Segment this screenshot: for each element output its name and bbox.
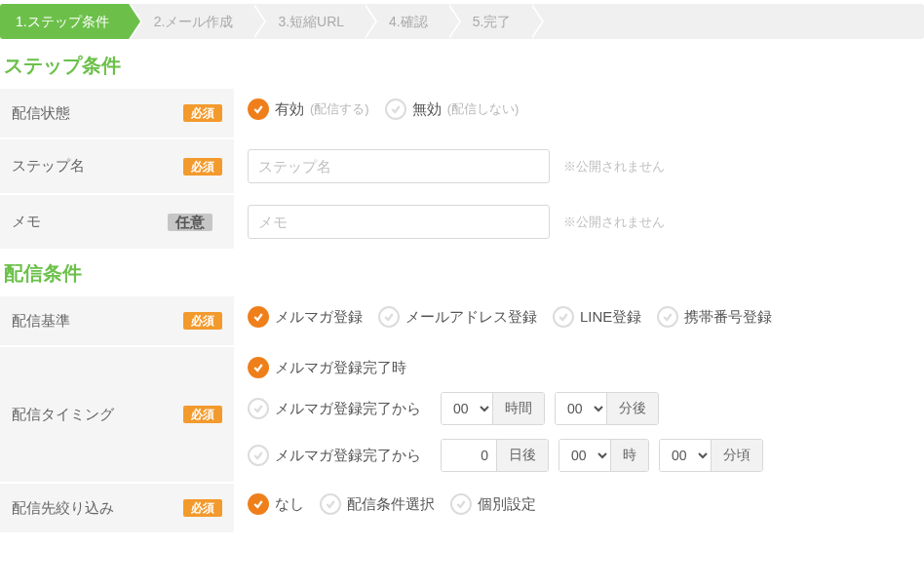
- minutes-select-group: 00 分後: [555, 392, 659, 425]
- option-basis-mailmag[interactable]: メルマガ登録: [248, 306, 363, 328]
- label-delivery-timing: 配信タイミング 必須: [0, 347, 234, 482]
- unit-label: 分後: [606, 393, 658, 424]
- check-icon: [248, 398, 269, 419]
- hours-select[interactable]: 00: [442, 393, 492, 424]
- check-icon: [657, 306, 678, 328]
- minute-select[interactable]: 00: [660, 440, 711, 471]
- option-filter-condition[interactable]: 配信条件選択: [320, 493, 435, 515]
- step-name-input[interactable]: [248, 149, 550, 183]
- unit-label: 日後: [496, 440, 548, 471]
- days-input[interactable]: [442, 440, 496, 471]
- option-timing-on-register[interactable]: メルマガ登録完了時: [248, 357, 406, 378]
- option-basis-line[interactable]: LINE登録: [553, 306, 641, 328]
- option-basis-email[interactable]: メールアドレス登録: [378, 306, 537, 328]
- label-delivery-basis: 配信基準 必須: [0, 296, 234, 345]
- option-filter-individual[interactable]: 個別設定: [450, 493, 536, 515]
- hour-select-group: 00 時: [558, 439, 649, 472]
- wizard-stepper: 1.ステップ条件 2.メール作成 3.短縮URL 4.確認 5.完了: [0, 4, 924, 39]
- step-3[interactable]: 3.短縮URL: [252, 4, 364, 39]
- row-memo: メモ 任意 ※公開されません: [0, 193, 924, 249]
- check-icon: [378, 306, 400, 328]
- label-memo: メモ 任意: [0, 195, 234, 249]
- row-step-name: ステップ名 必須 ※公開されません: [0, 137, 924, 193]
- check-icon: [385, 98, 406, 120]
- section-title-step-conditions: ステップ条件: [4, 53, 924, 79]
- label-step-name: ステップ名 必須: [0, 139, 234, 193]
- option-status-disabled[interactable]: 無効 (配信しない): [385, 98, 520, 120]
- check-icon: [248, 357, 269, 378]
- option-basis-mobile[interactable]: 携帯番号登録: [657, 306, 772, 328]
- check-icon: [320, 493, 341, 515]
- check-icon: [248, 445, 269, 466]
- check-icon: [553, 306, 574, 328]
- label-delivery-status: 配信状態 必須: [0, 89, 234, 137]
- step-2[interactable]: 2.メール作成: [129, 4, 253, 39]
- hint-text: ※公開されません: [563, 158, 665, 176]
- unit-label: 分頃: [711, 440, 762, 471]
- option-status-enabled[interactable]: 有効 (配信する): [248, 98, 369, 120]
- row-delivery-status: 配信状態 必須 有効 (配信する) 無効 (配信しない): [0, 87, 924, 137]
- option-timing-after-days[interactable]: メルマガ登録完了から: [248, 445, 421, 466]
- option-filter-none[interactable]: なし: [248, 493, 304, 515]
- optional-badge: 任意: [168, 214, 212, 231]
- hint-text: ※公開されません: [563, 214, 665, 231]
- check-icon: [450, 493, 472, 515]
- hour-select[interactable]: 00: [559, 440, 610, 471]
- label-delivery-filter: 配信先絞り込み 必須: [0, 484, 234, 532]
- required-badge: 必須: [183, 158, 222, 176]
- minute-select-group: 00 分頃: [659, 439, 763, 472]
- unit-label: 時間: [492, 393, 544, 424]
- required-badge: 必須: [183, 499, 222, 517]
- days-input-group: 日後: [441, 439, 549, 472]
- check-icon: [248, 306, 269, 328]
- row-delivery-basis: 配信基準 必須 メルマガ登録 メールアドレス登録 LINE登録 携帯番号登録: [0, 294, 924, 345]
- option-timing-after-hm[interactable]: メルマガ登録完了から: [248, 398, 421, 419]
- required-badge: 必須: [183, 104, 222, 122]
- required-badge: 必須: [183, 312, 222, 330]
- unit-label: 時: [610, 440, 648, 471]
- hours-select-group: 00 時間: [441, 392, 545, 425]
- check-icon: [248, 98, 269, 120]
- required-badge: 必須: [183, 406, 222, 423]
- memo-input[interactable]: [248, 205, 550, 239]
- minutes-select[interactable]: 00: [556, 393, 606, 424]
- check-icon: [248, 493, 269, 515]
- step-1[interactable]: 1.ステップ条件: [0, 4, 129, 39]
- section-title-delivery-conditions: 配信条件: [4, 260, 924, 287]
- row-delivery-timing: 配信タイミング 必須 メルマガ登録完了時 メルマガ登録完了から 00 時間 00…: [0, 345, 924, 482]
- row-delivery-filter: 配信先絞り込み 必須 なし 配信条件選択 個別設定: [0, 482, 924, 532]
